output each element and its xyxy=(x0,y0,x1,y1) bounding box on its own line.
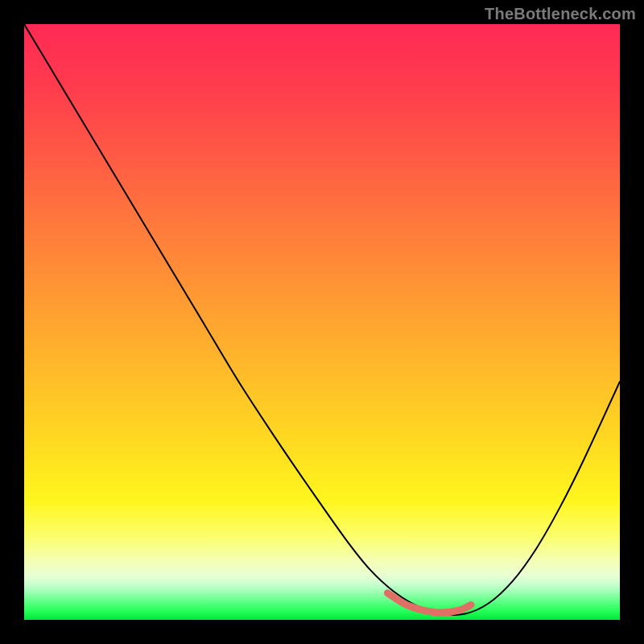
bottleneck-curve-chart xyxy=(24,24,620,620)
chart-container: TheBottleneck.com xyxy=(0,0,644,644)
plot-area xyxy=(24,24,620,620)
bottleneck-curve xyxy=(24,24,620,615)
watermark-text: TheBottleneck.com xyxy=(485,5,636,23)
